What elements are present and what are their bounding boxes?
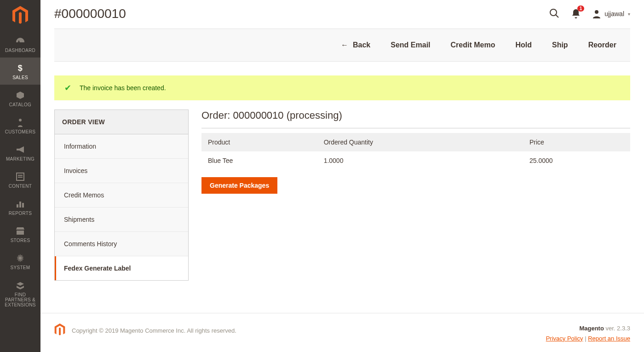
nav-label: FIND PARTNERS & EXTENSIONS [2, 292, 39, 307]
nav-label: STORES [11, 238, 30, 243]
reorder-button[interactable]: Reorder [588, 41, 616, 49]
svg-line-10 [556, 15, 558, 17]
nav-dashboard[interactable]: DASHBOARD [0, 30, 40, 58]
order-title: Order: 000000010 (processing) [201, 110, 630, 121]
sales-icon: $ [17, 63, 23, 73]
side-label: Invoices [64, 167, 87, 174]
success-message: ✔ The invoice has been created. [54, 75, 630, 100]
system-icon [16, 253, 24, 263]
user-icon [592, 9, 601, 18]
back-button[interactable]: ← Back [341, 41, 370, 49]
panel-title: ORDER VIEW [55, 110, 188, 134]
side-item-invoices[interactable]: Invoices [55, 159, 188, 183]
action-label: Send Email [391, 41, 430, 49]
action-label: Ship [552, 41, 568, 49]
order-view-panel: ORDER VIEW Information Invoices Credit M… [54, 110, 189, 281]
side-label: Comments History [64, 240, 117, 248]
user-name: ujjawal [604, 10, 624, 17]
nav-marketing[interactable]: MARKETING [0, 139, 40, 166]
cell-product: Blue Tee [201, 151, 317, 170]
svg-point-11 [595, 10, 598, 14]
admin-nav: DASHBOARD $ SALES CATALOG CUSTOMERS MARK… [0, 0, 40, 352]
footer-brand: Magento [579, 325, 604, 332]
nav-label: DASHBOARD [5, 48, 35, 53]
privacy-link[interactable]: Privacy Policy [546, 335, 583, 342]
svg-rect-3 [18, 175, 23, 176]
table-row: Blue Tee 1.0000 25.0000 [201, 151, 630, 170]
marketing-icon [16, 144, 25, 155]
nav-customers[interactable]: CUSTOMERS [0, 112, 40, 139]
nav-stores[interactable]: STORES [0, 220, 40, 248]
action-label: Hold [515, 41, 532, 49]
side-label: Information [64, 143, 96, 150]
footer: Copyright © 2019 Magento Commerce Inc. A… [40, 313, 644, 352]
copyright-text: Copyright © 2019 Magento Commerce Inc. A… [72, 327, 236, 334]
success-text: The invoice has been created. [80, 84, 166, 92]
col-qty: Ordered Quantity [317, 133, 523, 151]
notifications-icon[interactable]: 1 [571, 8, 581, 20]
side-label: Credit Memos [64, 191, 104, 199]
page-header: #000000010 1 ujjawal ▾ [40, 0, 644, 29]
catalog-icon [16, 90, 25, 100]
hold-button[interactable]: Hold [515, 41, 532, 49]
svg-rect-6 [19, 202, 21, 208]
send-email-button[interactable]: Send Email [391, 41, 430, 49]
svg-rect-5 [17, 204, 18, 208]
report-issue-link[interactable]: Report an Issue [588, 335, 630, 342]
divider [201, 128, 630, 128]
customers-icon [17, 117, 23, 127]
nav-catalog[interactable]: CATALOG [0, 85, 40, 112]
nav-label: CATALOG [9, 102, 31, 107]
partners-icon [16, 280, 25, 290]
side-item-information[interactable]: Information [55, 134, 188, 159]
ship-button[interactable]: Ship [552, 41, 568, 49]
user-menu[interactable]: ujjawal ▾ [592, 9, 630, 18]
generate-packages-button[interactable]: Generate Packages [201, 177, 277, 194]
cell-price: 25.0000 [523, 151, 630, 170]
nav-system[interactable]: SYSTEM [0, 248, 40, 275]
nav-reports[interactable]: REPORTS [0, 193, 40, 220]
footer-sep: | [583, 335, 588, 342]
content-icon [16, 172, 24, 182]
side-label: Shipments [64, 216, 94, 223]
credit-memo-button[interactable]: Credit Memo [451, 41, 495, 49]
magento-logo[interactable] [11, 5, 30, 27]
svg-point-1 [19, 119, 22, 121]
action-label: Reorder [588, 41, 616, 49]
side-item-comments[interactable]: Comments History [55, 232, 188, 256]
side-item-fedex-label[interactable]: Fedex Generate Label [55, 256, 188, 280]
stores-icon [16, 226, 25, 236]
nav-label: SALES [12, 75, 28, 80]
order-pane: Order: 000000010 (processing) Product Or… [201, 110, 630, 194]
arrow-left-icon: ← [341, 41, 348, 49]
col-product: Product [201, 133, 317, 151]
action-label: Credit Memo [451, 41, 495, 49]
dashboard-icon [15, 36, 25, 46]
side-item-credit-memos[interactable]: Credit Memos [55, 183, 188, 208]
action-label: Back [353, 41, 370, 49]
svg-rect-4 [18, 177, 23, 178]
search-icon[interactable] [549, 8, 559, 20]
notifications-badge: 1 [577, 6, 585, 12]
footer-version: ver. 2.3.3 [604, 325, 630, 332]
action-bar: ← Back Send Email Credit Memo Hold Ship … [54, 29, 630, 62]
nav-sales[interactable]: $ SALES [0, 58, 40, 85]
chevron-down-icon: ▾ [628, 12, 630, 17]
side-label: Fedex Generate Label [64, 265, 131, 272]
side-item-shipments[interactable]: Shipments [55, 208, 188, 232]
svg-rect-7 [22, 203, 24, 208]
reports-icon [16, 199, 24, 209]
nav-label: CUSTOMERS [5, 129, 35, 134]
check-icon: ✔ [64, 83, 71, 93]
nav-label: MARKETING [6, 156, 34, 162]
svg-text:$: $ [18, 63, 23, 73]
svg-point-9 [550, 9, 557, 16]
nav-partners[interactable]: FIND PARTNERS & EXTENSIONS [0, 275, 40, 312]
nav-content[interactable]: CONTENT [0, 166, 40, 193]
page-title: #000000010 [54, 6, 126, 21]
nav-label: CONTENT [9, 184, 32, 189]
nav-label: SYSTEM [11, 265, 30, 270]
magento-logo-small [54, 323, 65, 338]
col-price: Price [523, 133, 630, 151]
nav-label: REPORTS [9, 211, 32, 216]
